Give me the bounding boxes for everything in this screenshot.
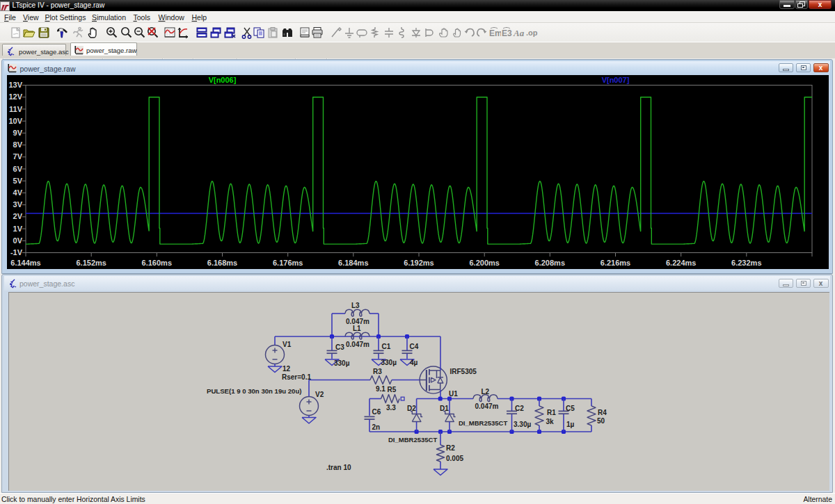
svg-text:U1: U1 bbox=[449, 390, 458, 398]
svg-text:C4: C4 bbox=[410, 343, 419, 350]
svg-text:C6: C6 bbox=[372, 408, 381, 416]
svg-text:330µ: 330µ bbox=[334, 359, 350, 367]
svg-text:2n: 2n bbox=[372, 423, 381, 431]
svg-text:DI_MBR2535CT: DI_MBR2535CT bbox=[388, 436, 437, 444]
svg-text:3.30µ: 3.30µ bbox=[514, 421, 531, 428]
svg-text:C2: C2 bbox=[515, 405, 524, 412]
svg-text:R1: R1 bbox=[547, 409, 556, 416]
svg-text:9.1: 9.1 bbox=[376, 385, 385, 393]
svg-text:R2: R2 bbox=[446, 444, 455, 452]
svg-text:3k: 3k bbox=[546, 418, 555, 425]
svg-text:L2: L2 bbox=[482, 388, 490, 396]
svg-text:4µ: 4µ bbox=[410, 359, 418, 366]
svg-text:12: 12 bbox=[283, 365, 291, 373]
svg-text:C1: C1 bbox=[382, 343, 391, 350]
svg-text:R3: R3 bbox=[373, 368, 382, 375]
svg-text:L3: L3 bbox=[351, 302, 360, 309]
svg-text:330µ: 330µ bbox=[381, 359, 397, 366]
svg-text:DI_MBR2535CT: DI_MBR2535CT bbox=[459, 419, 507, 427]
svg-text:Rser=0.1: Rser=0.1 bbox=[282, 373, 311, 381]
svg-text:0.005: 0.005 bbox=[446, 455, 463, 462]
svg-text:0.047m: 0.047m bbox=[346, 341, 369, 348]
svg-text:D1: D1 bbox=[440, 405, 449, 412]
svg-text:R5: R5 bbox=[388, 386, 397, 393]
svg-text:D2: D2 bbox=[407, 405, 416, 412]
svg-text:PULSE(1 9 0 30n 30n 19u 20u): PULSE(1 9 0 30n 30n 19u 20u) bbox=[207, 387, 302, 395]
svg-text:3.3: 3.3 bbox=[386, 404, 396, 412]
svg-text:V1: V1 bbox=[283, 341, 292, 348]
svg-text:.tran 10: .tran 10 bbox=[326, 464, 351, 471]
svg-text:L1: L1 bbox=[353, 325, 361, 332]
svg-text:R4: R4 bbox=[598, 409, 607, 416]
svg-text:V2: V2 bbox=[315, 391, 324, 398]
svg-text:C5: C5 bbox=[566, 405, 575, 412]
svg-text:C3: C3 bbox=[335, 343, 344, 351]
svg-text:50: 50 bbox=[597, 417, 605, 425]
svg-text:1µ: 1µ bbox=[566, 421, 575, 428]
svg-text:0.047m: 0.047m bbox=[475, 403, 499, 410]
svg-text:IRF5305: IRF5305 bbox=[450, 368, 477, 375]
